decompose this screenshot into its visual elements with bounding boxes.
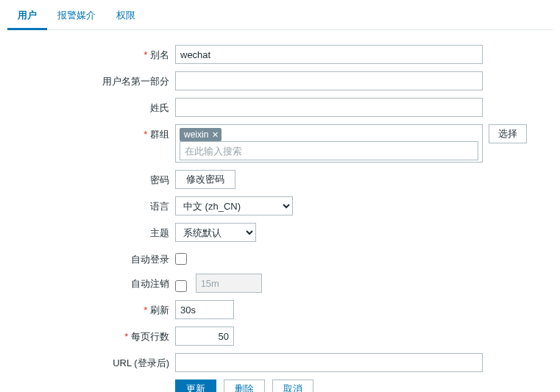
- label-groups: 群组: [22, 124, 175, 141]
- label-name-first: 用户名第一部分: [22, 71, 175, 88]
- group-chip-label: weixin: [184, 129, 208, 140]
- label-url: URL (登录后): [22, 353, 175, 370]
- tab-media[interactable]: 报警媒介: [47, 4, 106, 29]
- groups-search-input[interactable]: [180, 141, 478, 160]
- tab-user[interactable]: 用户: [7, 4, 47, 30]
- cancel-button[interactable]: 取消: [272, 379, 313, 392]
- label-password: 密码: [22, 170, 175, 187]
- label-language: 语言: [22, 196, 175, 213]
- user-form: 别名 用户名第一部分 姓氏 群组 weixin ✕ 选择: [7, 30, 553, 392]
- update-button[interactable]: 更新: [175, 379, 216, 392]
- group-chip[interactable]: weixin ✕: [180, 128, 221, 141]
- label-surname: 姓氏: [22, 98, 175, 115]
- label-autologout: 自动注销: [22, 274, 175, 291]
- change-password-button[interactable]: 修改密码: [175, 170, 235, 189]
- label-autologin: 自动登录: [22, 249, 175, 266]
- autologin-checkbox[interactable]: [175, 253, 187, 265]
- rows-per-page-input[interactable]: [175, 327, 234, 346]
- url-input[interactable]: [175, 353, 483, 372]
- surname-input[interactable]: [175, 98, 483, 117]
- label-rows: 每页行数: [22, 327, 175, 343]
- label-refresh: 刷新: [22, 300, 175, 317]
- autologout-checkbox[interactable]: [175, 280, 187, 292]
- remove-chip-icon[interactable]: ✕: [212, 131, 219, 139]
- theme-select[interactable]: 系统默认: [175, 223, 256, 242]
- autologout-duration-input: [196, 274, 262, 293]
- language-select[interactable]: 中文 (zh_CN): [175, 196, 293, 215]
- name-first-input[interactable]: [175, 71, 483, 90]
- alias-input[interactable]: [175, 45, 483, 64]
- groups-multiselect[interactable]: weixin ✕: [175, 124, 483, 163]
- tabs: 用户 报警媒介 权限: [7, 0, 553, 30]
- tab-perms[interactable]: 权限: [106, 4, 146, 29]
- refresh-input[interactable]: [175, 300, 234, 319]
- groups-select-button[interactable]: 选择: [489, 124, 527, 143]
- label-alias: 别名: [22, 45, 175, 62]
- delete-button[interactable]: 删除: [224, 379, 265, 392]
- label-theme: 主题: [22, 223, 175, 240]
